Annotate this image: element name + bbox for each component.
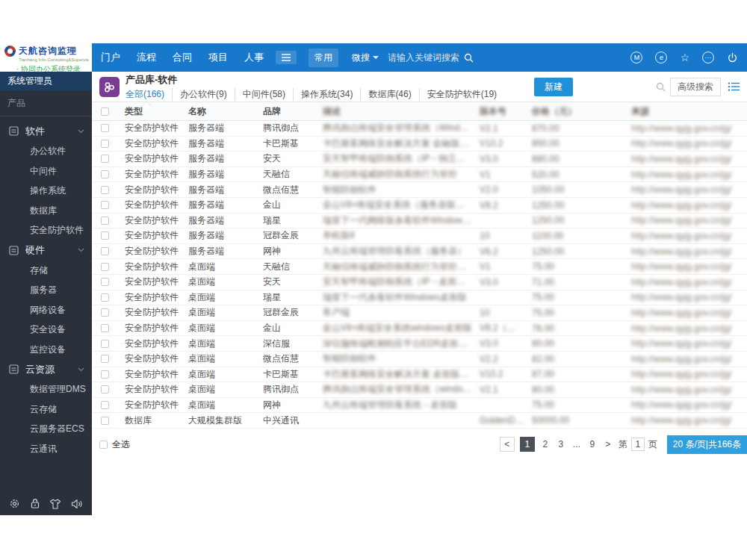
nav-item[interactable]: 项目 — [208, 51, 228, 64]
row-checkbox[interactable] — [101, 247, 109, 255]
row-checkbox[interactable] — [101, 293, 109, 302]
sidebar-subitem[interactable]: 云服务器ECS — [0, 419, 92, 439]
list-view-icon[interactable] — [728, 82, 740, 91]
row-checkbox[interactable] — [101, 155, 109, 163]
table-row[interactable]: 安全防护软件 桌面端 微点佰慧 智能防御软件 V2.2 82.00 http:/… — [92, 352, 747, 367]
sidebar-group-header[interactable]: 软件 — [0, 121, 92, 141]
power-icon[interactable] — [727, 52, 738, 63]
row-checkbox[interactable] — [101, 278, 109, 286]
sidebar-subitem[interactable]: 云通讯 — [0, 439, 92, 459]
row-checkbox[interactable] — [101, 370, 109, 379]
sidebar-subitem[interactable]: 安全设备 — [0, 320, 92, 340]
settings-gear-icon[interactable] — [9, 498, 20, 509]
col-brand[interactable]: 品牌 — [255, 105, 315, 118]
sidebar-subitem[interactable]: 监控设备 — [0, 340, 92, 360]
nav-item[interactable]: 门户 — [101, 51, 120, 64]
category-tab[interactable]: 操作系统(34) — [293, 88, 360, 101]
row-checkbox[interactable] — [101, 340, 109, 348]
select-all[interactable]: 全选 — [99, 438, 130, 451]
table-row[interactable]: 安全防护软件 服务器端 天融信 天融信终端威胁防御系统行为管控 V1 520.0… — [92, 167, 747, 183]
row-checkbox[interactable] — [101, 201, 109, 209]
col-name[interactable]: 名称 — [181, 105, 255, 118]
prev-page-button[interactable]: < — [500, 437, 515, 452]
row-checkbox[interactable] — [101, 186, 109, 194]
table-row[interactable]: 安全防护软件 服务器端 微点佰慧 智能防御软件 V2.0 1050.00 htt… — [92, 182, 747, 198]
table-row[interactable]: 安全防护软件 服务器端 金山 金山V8+终端安全系统（服务器版）Windows系… — [92, 198, 747, 214]
message-icon[interactable]: e — [655, 52, 667, 63]
row-checkbox[interactable] — [101, 401, 109, 409]
category-tab[interactable]: 数据库(46) — [360, 88, 418, 101]
row-checkbox[interactable] — [101, 324, 109, 332]
nav-menu-button[interactable] — [276, 51, 297, 64]
frequent-button[interactable]: 常用 — [309, 49, 338, 67]
sidebar-subitem[interactable]: 云存储 — [0, 399, 92, 420]
sidebar-group-header[interactable]: 云资源 — [0, 359, 92, 379]
sidebar-subitem[interactable]: 网络设备 — [0, 300, 92, 320]
sidebar-subitem[interactable]: 数据库 — [0, 201, 92, 221]
page-number[interactable]: ... — [571, 439, 582, 449]
col-description[interactable]: 描述 — [315, 105, 472, 118]
sidebar-group-header[interactable]: 硬件 — [0, 240, 92, 261]
table-row[interactable]: 数据库 大规模集群版 中兴通讯 GoldenData s… 50000.00 h… — [92, 413, 747, 429]
header-checkbox[interactable] — [101, 108, 109, 116]
table-row[interactable]: 安全防护软件 服务器端 网神 九州云终端管理防毒系统（服务器） V6.2 125… — [92, 244, 747, 260]
row-checkbox[interactable] — [101, 263, 109, 271]
select-all-checkbox[interactable] — [99, 441, 108, 449]
next-page-button[interactable]: > — [603, 439, 613, 449]
nav-item[interactable]: 合同 — [173, 51, 192, 64]
advanced-search-input[interactable] — [580, 79, 651, 94]
category-tab[interactable]: 安全防护软件(19) — [419, 88, 504, 101]
col-version[interactable]: 版本号 — [472, 105, 524, 118]
table-row[interactable]: 安全防护软件 服务器端 卡巴斯基 卡巴斯基网络安全解决方案 金融版（KL4… V… — [92, 137, 747, 152]
table-row[interactable]: 安全防护软件 桌面端 天融信 天融信终端威胁防御系统行为管控（桌面） V1 75… — [92, 259, 747, 275]
page-number[interactable]: 1 — [520, 437, 535, 452]
table-row[interactable]: 安全防护软件 桌面端 深信服 深信服终端检测响应平台EDR桌面单元 V3.0 8… — [92, 336, 747, 352]
theme-shirt-icon[interactable] — [49, 499, 61, 509]
sidebar-subitem[interactable]: 中间件 — [0, 161, 92, 181]
table-row[interactable]: 安全防护软件 桌面端 瑞星 瑞星下一代杀毒软件Windows桌面版 75.00 … — [92, 290, 747, 306]
col-source[interactable]: 来源 — [624, 105, 747, 118]
table-row[interactable]: 安全防护软件 服务器端 冠群金辰 单机版8 10 1100.00 http://… — [92, 228, 747, 244]
favorite-star-icon[interactable]: ☆ — [680, 52, 689, 63]
table-row[interactable]: 安全防护软件 桌面端 金山 金山V8+终端安全系统windows桌面版 V8.2… — [92, 321, 747, 337]
row-checkbox[interactable] — [101, 217, 109, 225]
row-checkbox[interactable] — [101, 308, 109, 317]
table-row[interactable]: 安全防护软件 桌面端 冠群金辰 客户端 10 75.00 http://www.… — [92, 305, 747, 321]
col-price[interactable]: 价格（元） — [524, 105, 624, 118]
table-row[interactable]: 安全防护软件 桌面端 网神 九州云终端管理防毒系统－桌面版 75.00 http… — [92, 398, 747, 414]
sidebar-subitem[interactable]: 服务器 — [0, 280, 92, 300]
sidebar-subitem[interactable]: 数据管理DMS — [0, 379, 92, 399]
page-number[interactable]: 3 — [556, 439, 566, 449]
table-row[interactable]: 安全防护软件 服务器端 腾讯御点 腾讯御点终端安全管理系统（Windows版） … — [92, 121, 747, 137]
page-size-badge[interactable]: 20 条/页|共166条 — [667, 435, 747, 454]
page-number[interactable]: 9 — [587, 439, 598, 449]
sidebar-subitem[interactable]: 操作系统 — [0, 181, 92, 201]
nav-item[interactable]: 人事 — [244, 51, 264, 64]
page-number[interactable]: 2 — [540, 439, 551, 449]
advanced-search-button[interactable]: 高级搜索 — [670, 78, 721, 96]
row-checkbox[interactable] — [101, 417, 109, 425]
m-badge-icon[interactable]: M — [630, 52, 642, 63]
row-checkbox[interactable] — [101, 124, 109, 132]
global-search-input[interactable]: 请输入关键词搜索 — [388, 52, 474, 64]
row-checkbox[interactable] — [101, 231, 109, 240]
lock-icon[interactable] — [30, 498, 40, 509]
table-row[interactable]: 安全防护软件 桌面端 卡巴斯基 卡巴斯基网络安全解决方案 桌面版（KL4） +C… — [92, 367, 747, 383]
sidebar-subitem[interactable]: 安全防护软件 — [0, 220, 92, 240]
row-checkbox[interactable] — [101, 385, 109, 393]
table-row[interactable]: 安全防护软件 服务器端 安天 安天智甲终端防御系统（IP－独立版本） V3.0 … — [92, 152, 747, 167]
search-scope-dropdown[interactable]: 微搜 — [352, 52, 379, 64]
jump-page-input[interactable]: 1 — [631, 438, 645, 451]
category-tab[interactable]: 办公软件(9) — [172, 88, 235, 101]
row-checkbox[interactable] — [101, 170, 109, 178]
sidebar-subitem[interactable]: 办公软件 — [0, 141, 92, 161]
sound-speaker-icon[interactable] — [71, 499, 83, 509]
row-checkbox[interactable] — [101, 140, 109, 148]
category-tab[interactable]: 全部(166) — [125, 88, 172, 101]
nav-item[interactable]: 流程 — [137, 51, 156, 64]
category-tab[interactable]: 中间件(58) — [235, 88, 293, 101]
table-row[interactable]: 安全防护软件 桌面端 腾讯御点 腾讯御点终端安全管理系统（windows版）：V… — [92, 382, 747, 398]
row-checkbox[interactable] — [101, 355, 109, 363]
table-row[interactable]: 安全防护软件 服务器端 瑞星 瑞星下一代网络版杀毒软件Windows服务器版 1… — [92, 214, 747, 229]
new-button[interactable]: 新建 — [534, 78, 573, 96]
